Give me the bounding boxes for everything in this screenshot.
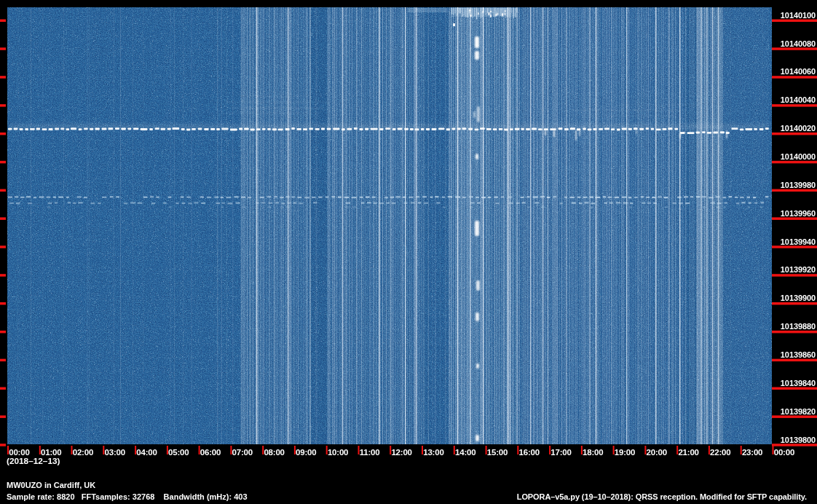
svg-text:14:00: 14:00 (455, 448, 475, 457)
svg-text:21:00: 21:00 (678, 448, 698, 457)
svg-text:10139840: 10139840 (781, 379, 816, 387)
svg-text:03:00: 03:00 (105, 448, 125, 457)
svg-text:02:00: 02:00 (73, 448, 93, 457)
svg-text:23:00: 23:00 (742, 448, 762, 457)
svg-text:16:00: 16:00 (519, 448, 540, 457)
svg-text:04:00: 04:00 (136, 448, 157, 457)
svg-text:10139960: 10139960 (781, 209, 816, 218)
svg-text:11:00: 11:00 (360, 448, 380, 457)
svg-text:10139820: 10139820 (781, 407, 816, 416)
svg-text:05:00: 05:00 (168, 448, 189, 457)
svg-text:09:00: 09:00 (296, 448, 316, 457)
svg-text:(2018–12–13): (2018–12–13) (7, 456, 60, 466)
svg-text:10140080: 10140080 (781, 39, 816, 48)
svg-text:13:00: 13:00 (423, 448, 443, 457)
svg-text:10139920: 10139920 (781, 265, 816, 274)
svg-text:10139800: 10139800 (781, 436, 816, 444)
svg-text:08:00: 08:00 (264, 448, 284, 457)
svg-text:10140020: 10140020 (781, 124, 816, 133)
svg-text:19:00: 19:00 (615, 448, 635, 457)
svg-text:10139860: 10139860 (781, 350, 816, 359)
svg-text:MW0UZO in Cardiff, UK: MW0UZO in Cardiff, UK (7, 481, 95, 489)
svg-text:15:00: 15:00 (487, 448, 508, 457)
svg-text:10139900: 10139900 (781, 294, 816, 302)
svg-text:18:00: 18:00 (583, 448, 603, 457)
svg-text:Sample rate: 8820 FFTsamples: Sample rate: 8820 FFTsamples: 32768 Band… (7, 492, 248, 501)
svg-text:20:00: 20:00 (647, 448, 667, 457)
svg-text:LOPORA–v5a.py (19–10–2018): QR: LOPORA–v5a.py (19–10–2018): QRSS recepti… (517, 492, 807, 501)
svg-text:10139940: 10139940 (781, 237, 816, 246)
svg-text:10140060: 10140060 (781, 67, 816, 76)
svg-text:00:00: 00:00 (774, 448, 794, 457)
svg-text:22:00: 22:00 (710, 448, 730, 457)
svg-text:10140100: 10140100 (781, 11, 816, 20)
svg-text:17:00: 17:00 (550, 448, 571, 457)
svg-text:07:00: 07:00 (232, 448, 253, 457)
svg-text:10139880: 10139880 (781, 322, 816, 331)
svg-text:12:00: 12:00 (391, 448, 411, 457)
svg-text:10140040: 10140040 (781, 95, 816, 104)
svg-text:06:00: 06:00 (200, 448, 221, 457)
svg-text:10139980: 10139980 (781, 181, 816, 189)
svg-text:10:00: 10:00 (328, 448, 348, 457)
svg-text:10140000: 10140000 (781, 152, 816, 161)
